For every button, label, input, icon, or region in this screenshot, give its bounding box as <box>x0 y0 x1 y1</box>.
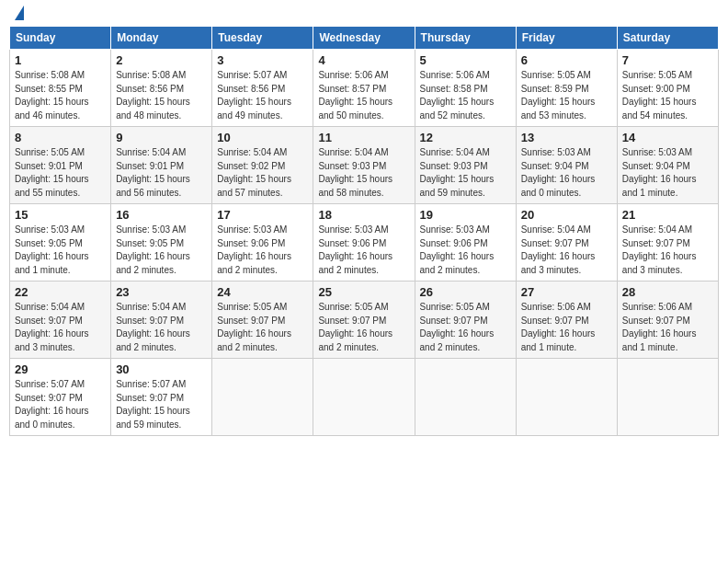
calendar-day-cell: 18 Sunrise: 5:03 AM Sunset: 9:06 PM Dayl… <box>313 204 415 282</box>
day-number: 5 <box>420 53 511 67</box>
day-info: Sunrise: 5:03 AM Sunset: 9:04 PM Dayligh… <box>622 146 713 200</box>
day-info: Sunrise: 5:05 AM Sunset: 9:01 PM Dayligh… <box>15 146 106 200</box>
calendar-week-row: 22 Sunrise: 5:04 AM Sunset: 9:07 PM Dayl… <box>10 282 719 359</box>
day-info: Sunrise: 5:04 AM Sunset: 9:07 PM Dayligh… <box>521 224 612 277</box>
day-number: 13 <box>521 131 612 144</box>
calendar-day-cell: 10 Sunrise: 5:04 AM Sunset: 9:02 PM Dayl… <box>212 127 313 204</box>
calendar-day-cell <box>617 359 718 436</box>
day-number: 27 <box>521 285 612 299</box>
day-number: 26 <box>420 285 511 299</box>
calendar-day-cell: 16 Sunrise: 5:03 AM Sunset: 9:05 PM Dayl… <box>111 204 212 282</box>
calendar-day-cell: 8 Sunrise: 5:05 AM Sunset: 9:01 PM Dayli… <box>10 127 111 204</box>
day-info: Sunrise: 5:06 AM Sunset: 9:07 PM Dayligh… <box>622 301 713 354</box>
day-info: Sunrise: 5:06 AM Sunset: 9:07 PM Dayligh… <box>521 301 612 354</box>
calendar-day-cell: 6 Sunrise: 5:05 AM Sunset: 8:59 PM Dayli… <box>516 50 617 127</box>
calendar-day-cell: 15 Sunrise: 5:03 AM Sunset: 9:05 PM Dayl… <box>10 204 111 282</box>
calendar-day-cell: 20 Sunrise: 5:04 AM Sunset: 9:07 PM Dayl… <box>516 204 617 282</box>
calendar-day-cell: 4 Sunrise: 5:06 AM Sunset: 8:57 PM Dayli… <box>313 50 415 127</box>
day-number: 15 <box>15 208 106 222</box>
calendar-day-cell <box>516 359 617 436</box>
day-number: 24 <box>217 285 308 299</box>
day-number: 22 <box>15 285 106 299</box>
day-number: 14 <box>622 131 713 144</box>
day-info: Sunrise: 5:03 AM Sunset: 9:05 PM Dayligh… <box>116 224 207 277</box>
weekday-header: Monday <box>111 27 212 50</box>
calendar-day-cell: 2 Sunrise: 5:08 AM Sunset: 8:56 PM Dayli… <box>111 50 212 127</box>
day-number: 18 <box>318 208 409 222</box>
calendar-day-cell: 13 Sunrise: 5:03 AM Sunset: 9:04 PM Dayl… <box>516 127 617 204</box>
day-number: 9 <box>116 131 207 144</box>
day-info: Sunrise: 5:05 AM Sunset: 9:07 PM Dayligh… <box>420 301 511 354</box>
day-number: 30 <box>116 362 207 376</box>
calendar-day-cell: 21 Sunrise: 5:04 AM Sunset: 9:07 PM Dayl… <box>617 204 718 282</box>
day-number: 20 <box>521 208 612 222</box>
day-number: 21 <box>622 208 713 222</box>
day-number: 3 <box>217 53 308 67</box>
weekday-header: Wednesday <box>313 27 415 50</box>
day-info: Sunrise: 5:08 AM Sunset: 8:56 PM Dayligh… <box>116 69 207 122</box>
weekday-header: Thursday <box>415 27 516 50</box>
day-info: Sunrise: 5:07 AM Sunset: 9:07 PM Dayligh… <box>116 378 207 431</box>
day-number: 4 <box>318 53 409 67</box>
day-info: Sunrise: 5:05 AM Sunset: 9:07 PM Dayligh… <box>318 301 409 354</box>
weekday-header: Tuesday <box>212 27 313 50</box>
day-number: 29 <box>15 362 106 376</box>
calendar-day-cell: 27 Sunrise: 5:06 AM Sunset: 9:07 PM Dayl… <box>516 282 617 359</box>
day-number: 6 <box>521 53 612 67</box>
calendar-week-row: 1 Sunrise: 5:08 AM Sunset: 8:55 PM Dayli… <box>10 50 719 127</box>
day-number: 17 <box>217 208 308 222</box>
day-number: 23 <box>116 285 207 299</box>
day-info: Sunrise: 5:05 AM Sunset: 9:07 PM Dayligh… <box>217 301 308 354</box>
day-info: Sunrise: 5:04 AM Sunset: 9:03 PM Dayligh… <box>318 146 409 200</box>
day-number: 16 <box>116 208 207 222</box>
day-info: Sunrise: 5:05 AM Sunset: 9:00 PM Dayligh… <box>622 69 713 122</box>
day-info: Sunrise: 5:04 AM Sunset: 9:03 PM Dayligh… <box>420 146 511 200</box>
calendar-day-cell <box>415 359 516 436</box>
calendar-day-cell: 9 Sunrise: 5:04 AM Sunset: 9:01 PM Dayli… <box>111 127 212 204</box>
calendar-day-cell: 5 Sunrise: 5:06 AM Sunset: 8:58 PM Dayli… <box>415 50 516 127</box>
day-info: Sunrise: 5:03 AM Sunset: 9:06 PM Dayligh… <box>318 224 409 277</box>
calendar-day-cell: 24 Sunrise: 5:05 AM Sunset: 9:07 PM Dayl… <box>212 282 313 359</box>
day-info: Sunrise: 5:06 AM Sunset: 8:57 PM Dayligh… <box>318 69 409 122</box>
day-info: Sunrise: 5:04 AM Sunset: 9:01 PM Dayligh… <box>116 146 207 200</box>
calendar-day-cell <box>212 359 313 436</box>
day-number: 8 <box>15 131 106 144</box>
calendar-day-cell: 26 Sunrise: 5:05 AM Sunset: 9:07 PM Dayl… <box>415 282 516 359</box>
calendar-day-cell: 17 Sunrise: 5:03 AM Sunset: 9:06 PM Dayl… <box>212 204 313 282</box>
day-info: Sunrise: 5:04 AM Sunset: 9:07 PM Dayligh… <box>116 301 207 354</box>
day-info: Sunrise: 5:03 AM Sunset: 9:06 PM Dayligh… <box>217 224 308 277</box>
day-number: 1 <box>15 53 106 67</box>
calendar-day-cell: 29 Sunrise: 5:07 AM Sunset: 9:07 PM Dayl… <box>10 359 111 436</box>
calendar-week-row: 29 Sunrise: 5:07 AM Sunset: 9:07 PM Dayl… <box>10 359 719 436</box>
day-info: Sunrise: 5:08 AM Sunset: 8:55 PM Dayligh… <box>15 69 106 122</box>
page-header <box>9 9 719 20</box>
calendar-day-cell: 7 Sunrise: 5:05 AM Sunset: 9:00 PM Dayli… <box>617 50 718 127</box>
weekday-header: Friday <box>516 27 617 50</box>
calendar-day-cell: 28 Sunrise: 5:06 AM Sunset: 9:07 PM Dayl… <box>617 282 718 359</box>
weekday-header: Sunday <box>10 27 111 50</box>
day-info: Sunrise: 5:04 AM Sunset: 9:07 PM Dayligh… <box>15 301 106 354</box>
day-info: Sunrise: 5:07 AM Sunset: 9:07 PM Dayligh… <box>15 378 106 431</box>
calendar-day-cell: 11 Sunrise: 5:04 AM Sunset: 9:03 PM Dayl… <box>313 127 415 204</box>
calendar-day-cell <box>313 359 415 436</box>
day-info: Sunrise: 5:07 AM Sunset: 8:56 PM Dayligh… <box>217 69 308 122</box>
calendar-day-cell: 19 Sunrise: 5:03 AM Sunset: 9:06 PM Dayl… <box>415 204 516 282</box>
day-number: 11 <box>318 131 409 144</box>
day-number: 19 <box>420 208 511 222</box>
day-number: 12 <box>420 131 511 144</box>
calendar-day-cell: 22 Sunrise: 5:04 AM Sunset: 9:07 PM Dayl… <box>10 282 111 359</box>
day-number: 25 <box>318 285 409 299</box>
day-number: 28 <box>622 285 713 299</box>
calendar-week-row: 15 Sunrise: 5:03 AM Sunset: 9:05 PM Dayl… <box>10 204 719 282</box>
day-info: Sunrise: 5:03 AM Sunset: 9:06 PM Dayligh… <box>420 224 511 277</box>
logo-triangle-icon <box>15 6 24 20</box>
calendar-table: SundayMondayTuesdayWednesdayThursdayFrid… <box>9 26 719 436</box>
day-info: Sunrise: 5:03 AM Sunset: 9:05 PM Dayligh… <box>15 224 106 277</box>
day-info: Sunrise: 5:04 AM Sunset: 9:02 PM Dayligh… <box>217 146 308 200</box>
day-number: 7 <box>622 53 713 67</box>
day-info: Sunrise: 5:05 AM Sunset: 8:59 PM Dayligh… <box>521 69 612 122</box>
day-info: Sunrise: 5:03 AM Sunset: 9:04 PM Dayligh… <box>521 146 612 200</box>
calendar-day-cell: 23 Sunrise: 5:04 AM Sunset: 9:07 PM Dayl… <box>111 282 212 359</box>
calendar-week-row: 8 Sunrise: 5:05 AM Sunset: 9:01 PM Dayli… <box>10 127 719 204</box>
calendar-day-cell: 30 Sunrise: 5:07 AM Sunset: 9:07 PM Dayl… <box>111 359 212 436</box>
